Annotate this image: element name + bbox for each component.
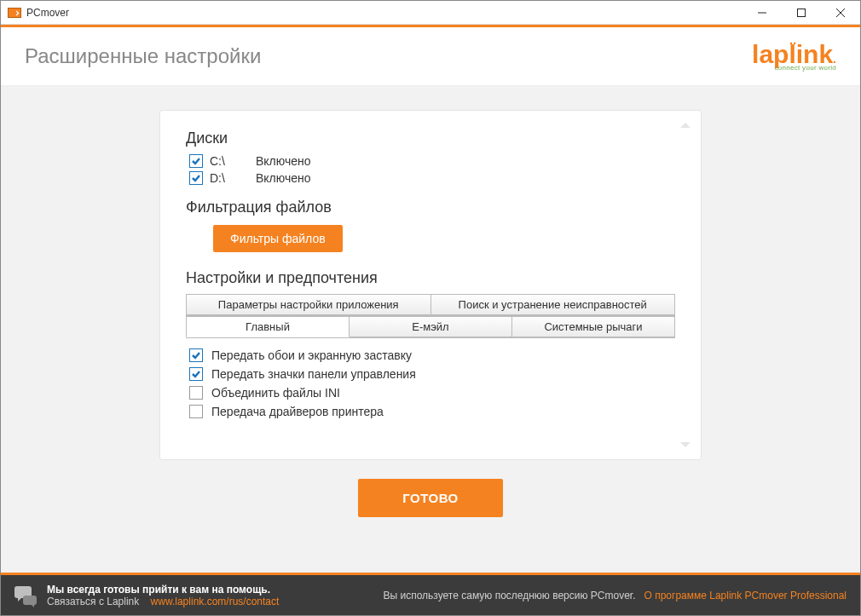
contact-link[interactable]: www.laplink.com/rus/contact xyxy=(151,596,280,607)
tab-main[interactable]: Главный xyxy=(186,316,350,337)
drive-checkbox-c[interactable] xyxy=(189,154,203,168)
drive-row: D:\ Включено xyxy=(189,171,675,185)
maximize-button[interactable] xyxy=(782,1,821,25)
version-text: Вы используете самую последнюю версию PC… xyxy=(384,590,636,602)
scroll-down-icon[interactable] xyxy=(680,442,691,447)
drive-name: D:\ xyxy=(210,171,249,185)
svg-rect-1 xyxy=(798,9,806,16)
header: Расширенные настройки lapli¨nk. connect … xyxy=(1,25,860,86)
drives-heading: Диски xyxy=(186,130,675,147)
drive-state: Включено xyxy=(256,154,311,168)
tab-app-settings[interactable]: Параметры настройки приложения xyxy=(186,294,431,315)
contact-label: Связаться с Laplink xyxy=(47,596,139,607)
app-icon xyxy=(8,8,21,18)
body-area: Диски C:\ Включено D:\ Включено Фильтрац… xyxy=(1,86,860,573)
option-row: Передать значки панели управления xyxy=(189,367,675,381)
help-title: Мы всегда готовы прийти к вам на помощь. xyxy=(47,584,279,596)
about-link[interactable]: О программе Laplink PCmover Professional xyxy=(644,590,847,602)
checkbox-printer-drivers[interactable] xyxy=(189,405,203,418)
checkbox-merge-ini[interactable] xyxy=(189,386,203,400)
option-label: Передать значки панели управления xyxy=(211,367,416,381)
checkbox-control-panel-icons[interactable] xyxy=(189,367,203,381)
page-title: Расширенные настройки xyxy=(25,44,261,68)
tab-system[interactable]: Системные рычаги xyxy=(512,316,675,337)
window-title: PCmover xyxy=(26,7,69,19)
drive-state: Включено xyxy=(256,171,311,185)
tab-troubleshooting[interactable]: Поиск и устранение неисправностей xyxy=(431,294,676,315)
drive-checkbox-d[interactable] xyxy=(189,171,203,185)
scroll-up-icon[interactable] xyxy=(680,123,691,128)
option-row: Передача драйверов принтера xyxy=(189,405,675,418)
checkbox-wallpaper[interactable] xyxy=(189,348,203,362)
chat-icon xyxy=(14,586,37,605)
filter-heading: Фильтрация файлов xyxy=(186,199,675,216)
done-button[interactable]: ГОТОВО xyxy=(358,479,503,517)
titlebar: PCmover xyxy=(1,1,860,25)
close-button[interactable] xyxy=(821,1,860,25)
tab-email[interactable]: Е-мэйл xyxy=(350,316,512,337)
option-row: Передать обои и экранную заставку xyxy=(189,348,675,362)
footer: Мы всегда готовы прийти к вам на помощь.… xyxy=(1,573,860,615)
settings-panel: Диски C:\ Включено D:\ Включено Фильтрац… xyxy=(159,110,702,460)
drive-name: C:\ xyxy=(210,154,249,168)
tabs-container: Параметры настройки приложения Поиск и у… xyxy=(186,294,675,338)
option-label: Передать обои и экранную заставку xyxy=(211,348,412,362)
prefs-heading: Настройки и предпочтения xyxy=(186,269,675,287)
drive-row: C:\ Включено xyxy=(189,154,675,168)
option-row: Объединить файлы INI xyxy=(189,386,675,400)
file-filters-button[interactable]: Фильтры файлов xyxy=(213,225,343,252)
minimize-button[interactable] xyxy=(743,1,782,25)
option-label: Передача драйверов принтера xyxy=(211,405,384,418)
laplink-logo: lapli¨nk. connect your world xyxy=(752,42,836,72)
option-label: Объединить файлы INI xyxy=(211,386,340,400)
